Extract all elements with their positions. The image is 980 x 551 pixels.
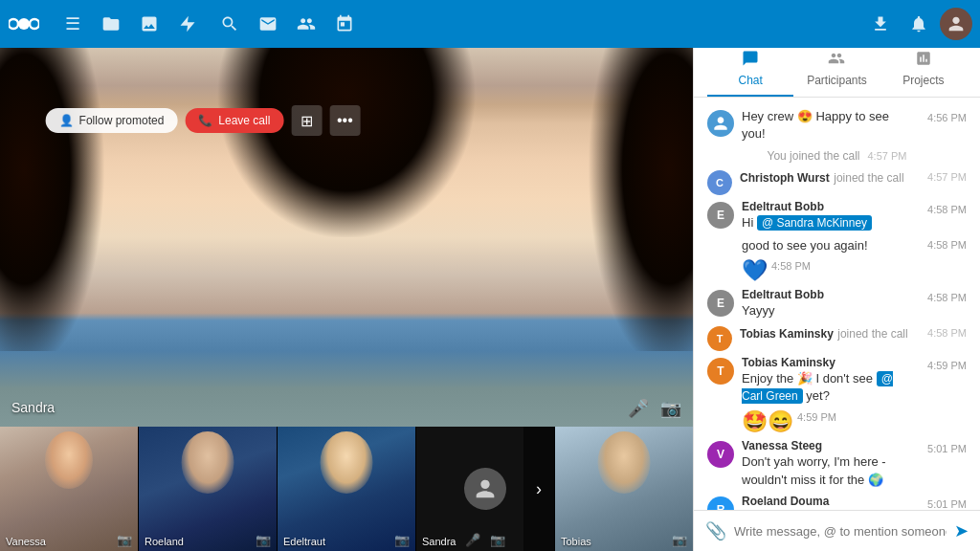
nav-hamburger-icon[interactable]: ☰: [56, 7, 90, 41]
vanessa-text: Don't yah worry, I'm here - wouldn't mis…: [742, 453, 916, 488]
edeltraut-sender-1: Edeltraut Bobb: [742, 200, 916, 213]
tobias-joined-avatar: T: [707, 326, 732, 351]
thumb-tobias[interactable]: Tobias 📷: [555, 427, 693, 551]
edeltraut-cont-text-1: good to see you again!: [742, 237, 924, 254]
thumb-edeltraut-label: Edeltraut: [283, 536, 325, 547]
edeltraut-sender-2: Edeltraut Bobb: [742, 288, 916, 301]
tobias-emoji-text: 🤩😄: [742, 409, 793, 434]
roeland-content: Roeland Douma Smart :): [742, 495, 916, 510]
nav-contacts-icon[interactable]: [289, 7, 323, 41]
roeland-time: 5:01 PM: [927, 495, 967, 510]
christoph-avatar: C: [707, 170, 732, 195]
heart-emoji-msg: 💙 4:58 PM: [694, 256, 980, 285]
tobias-emoji-time: 4:59 PM: [797, 409, 836, 423]
christoph-joined: C Christoph Wurst joined the call 4:57 P…: [694, 166, 980, 197]
nav-icons: ☰: [48, 7, 369, 41]
edeltraut-msg-2: E Edeltraut Bobb Yayyy 4:58 PM: [694, 285, 980, 322]
chat-panel: ★ Weekly hangout 😍 ✕ Chat Participants: [693, 0, 980, 551]
edeltraut-text-2: Yayyy: [742, 302, 916, 320]
more-options-button[interactable]: •••: [329, 105, 360, 136]
tobias-joined-name: Tobias Kaminsky: [740, 327, 834, 341]
thumb-sandra-controls: 🎤 📷: [465, 533, 505, 547]
thumb-next-arrow[interactable]: ›: [523, 427, 554, 551]
vanessa-msg: V Vanessa Steeg Don't yah worry, I'm her…: [694, 436, 980, 491]
thumb-edeltraut[interactable]: Edeltraut 📷: [278, 427, 415, 551]
grid-view-button[interactable]: ⊞: [291, 105, 322, 136]
chat-input-area: 📎 ➤: [694, 510, 980, 551]
message-1: Hey crew 😍 Happy to see you! 4:56 PM: [694, 105, 980, 145]
leave-call-button[interactable]: 📞 Leave call: [185, 108, 283, 133]
tobias-msg-1: T Tobias Kaminsky Enjoy the 🎉 I don't se…: [694, 353, 980, 408]
edeltraut-time-2: 4:58 PM: [927, 288, 967, 303]
thumb-roeland-label: Roeland: [145, 536, 184, 547]
edeltraut-content-2: Edeltraut Bobb Yayyy: [742, 288, 916, 320]
thumb-sandra-cam-icon[interactable]: 📷: [490, 533, 505, 547]
attach-button[interactable]: 📎: [705, 520, 726, 541]
svg-point-2: [30, 19, 39, 29]
follow-icon: 👤: [59, 114, 74, 127]
participants-tab-icon: [828, 50, 845, 71]
thumb-roeland-cam-icon: 📷: [256, 533, 271, 547]
chat-tabs: Chat Participants Projects: [707, 42, 967, 97]
thumb-tobias-cam-icon: 📷: [672, 533, 687, 547]
vanessa-sender: Vanessa Steeg: [742, 439, 916, 452]
tobias-emoji: 🤩😄 4:59 PM: [694, 408, 980, 436]
mention-sandra: @ Sandra McKinney: [757, 215, 872, 231]
msg-time-1: 4:56 PM: [927, 108, 967, 123]
follow-promoted-button[interactable]: 👤 Follow promoted: [46, 108, 178, 133]
nav-photos-icon[interactable]: [132, 7, 167, 41]
nav-files-icon[interactable]: [94, 7, 128, 41]
thumb-edeltraut-cam-icon: 📷: [394, 533, 410, 547]
heart-emoji: 💙: [742, 258, 768, 283]
edeltraut-content-1: Edeltraut Bobb Hi @ Sandra McKinney: [742, 200, 916, 231]
nav-notifications-icon[interactable]: [902, 7, 936, 41]
nav-mail-icon[interactable]: [251, 7, 285, 41]
vanessa-avatar: V: [707, 441, 734, 468]
tobias-sender-1: Tobias Kaminsky: [742, 356, 916, 369]
thumb-sandra-mic-icon[interactable]: 🎤: [465, 533, 480, 547]
send-button[interactable]: ➤: [954, 520, 969, 541]
tab-projects[interactable]: Projects: [880, 42, 967, 97]
vanessa-time: 5:01 PM: [927, 439, 967, 454]
thumb-vanessa[interactable]: Vanessa 📷: [0, 427, 138, 551]
svg-point-1: [9, 19, 18, 29]
christoph-name: Christoph Wurst: [740, 171, 830, 185]
tobias-avatar-1: T: [707, 358, 734, 385]
thumb-sandra-label: Sandra: [422, 536, 456, 547]
edeltraut-time-1: 4:58 PM: [927, 200, 967, 215]
thumb-roeland[interactable]: Roeland 📷: [139, 427, 277, 551]
tobias-joined-time: 4:58 PM: [927, 324, 967, 339]
thumb-sandra[interactable]: › Sandra 🎤 📷: [416, 427, 554, 551]
roeland-avatar: R: [707, 496, 734, 510]
call-controls: 👤 Follow promoted 📞 Leave call ⊞ •••: [46, 105, 361, 136]
edeltraut-cont-time-1: 4:58 PM: [927, 237, 967, 251]
roeland-sender: Roeland Douma: [742, 495, 916, 508]
tobias-joined: T Tobias Kaminsky joined the call 4:58 P…: [694, 322, 980, 353]
edeltraut-msg-1: E Edeltraut Bobb Hi @ Sandra McKinney 4:…: [694, 197, 980, 234]
main-mic-button[interactable]: 🎤: [628, 398, 649, 419]
system-joined-time: 4:57 PM: [868, 150, 907, 162]
nav-activity-icon[interactable]: [170, 7, 205, 41]
nav-download-icon[interactable]: [863, 7, 898, 41]
nav-right-section: [863, 7, 980, 41]
tobias-joined-action: joined the call: [837, 327, 907, 341]
thumb-sandra-avatar: [464, 468, 506, 510]
tobias-joined-content: Tobias Kaminsky joined the call: [740, 324, 920, 342]
top-navigation: ☰: [0, 0, 980, 48]
msg-text-1: Hey crew 😍 Happy to see you!: [742, 108, 916, 143]
app-logo[interactable]: [0, 0, 48, 48]
main-cam-button[interactable]: 📷: [660, 398, 681, 419]
thumb-tobias-label: Tobias: [561, 536, 591, 547]
msg-content-1: Hey crew 😍 Happy to see you!: [742, 108, 916, 143]
tab-chat[interactable]: Chat: [707, 42, 793, 97]
nav-calendar-icon[interactable]: [327, 7, 362, 41]
user-avatar[interactable]: [940, 8, 972, 40]
tobias-time-1: 4:59 PM: [927, 356, 967, 371]
tobias-text-1: Enjoy the 🎉 I don't see @ Carl Green yet…: [742, 370, 916, 405]
system-joined-text: You joined the call: [768, 149, 860, 163]
system-joined: You joined the call 4:57 PM: [694, 145, 980, 166]
nav-search-icon[interactable]: [212, 7, 247, 41]
tab-participants[interactable]: Participants: [793, 42, 880, 97]
chat-input-field[interactable]: [734, 524, 947, 539]
messages-list: Hey crew 😍 Happy to see you! 4:56 PM You…: [694, 98, 980, 510]
